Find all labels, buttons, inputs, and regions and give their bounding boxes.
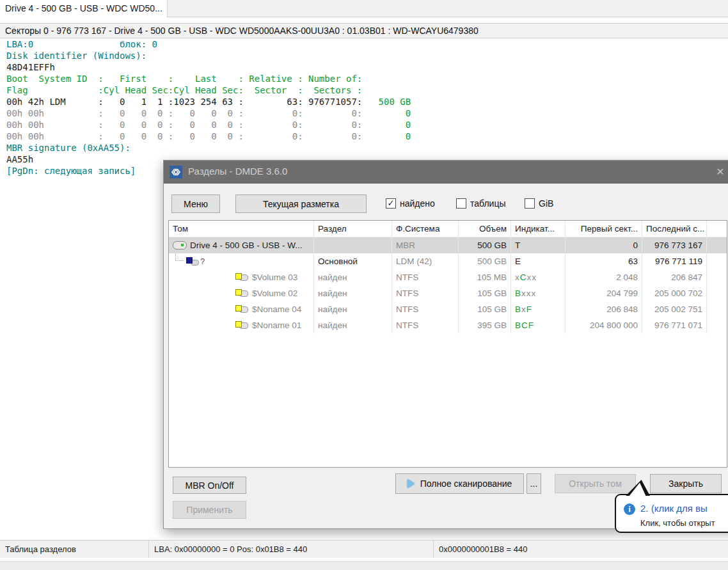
scan-options-button[interactable]: ...: [526, 473, 541, 494]
editor-line: MBR signature (0xAA55):: [6, 142, 411, 154]
info-icon: i: [624, 503, 635, 515]
hex-editor-text: LBA:0 блок: 0Disk identifier (Windows):4…: [6, 38, 411, 177]
dialog-title: Разделы - DMDE 3.6.0: [188, 166, 287, 177]
volume-icon: [235, 305, 249, 313]
indicator-cell: BxF: [511, 301, 566, 317]
partitions-table[interactable]: ТомРазделФ.СистемаОбъемИндикат...Первый …: [168, 220, 727, 468]
dialog-titlebar[interactable]: Разделы - DMDE 3.6.0 ✕: [164, 161, 728, 184]
scan-play-icon: [408, 479, 415, 488]
editor-line: 00h 42h LDM : 0 1 1 :1023 254 63 : 63: 9…: [6, 96, 411, 107]
checkbox-tables[interactable]: таблицы: [456, 198, 506, 209]
open-volume-button[interactable]: Открыть том: [555, 474, 636, 493]
editor-line: 00h 00h : 0 0 0 : 0 0 0 : 0: 0: 0: [6, 107, 411, 119]
size-cell: 500 GB: [459, 253, 511, 269]
checkbox-found[interactable]: ✓найдено: [386, 198, 435, 209]
status-position: LBA: 0x00000000 = 0 Pos: 0x01B8 = 440: [149, 541, 434, 558]
volume-name: $Volume 02: [252, 289, 297, 298]
tab-drive4[interactable]: Drive 4 - 500 GB - USB - WDC WD50...: [0, 0, 168, 17]
column-header-2[interactable]: Ф.Система: [392, 221, 459, 237]
volume-icon: [235, 321, 249, 329]
partition-cell: найден: [314, 269, 392, 285]
column-header-3[interactable]: Объем: [459, 221, 511, 237]
indicator-cell: BCF: [511, 317, 566, 333]
question-mark: ?: [200, 257, 205, 266]
column-header-filler: [707, 221, 727, 237]
indicator-cell: Bxxx: [511, 285, 566, 301]
volume-cell: $Noname 04: [169, 301, 314, 317]
full-scan-label: Полное сканирование: [420, 479, 512, 489]
partitions-dialog: Разделы - DMDE 3.6.0 ✕ Меню Текущая разм…: [163, 160, 728, 529]
row-filler: [707, 237, 727, 253]
filesystem-cell: NTFS: [392, 317, 459, 333]
close-button[interactable]: Закрыть: [650, 474, 722, 493]
first-sector-cell: 204 800 000: [566, 317, 642, 333]
column-header-5[interactable]: Первый сект...: [566, 221, 642, 237]
column-header-4[interactable]: Индикат...: [511, 221, 566, 237]
apply-button[interactable]: Применить: [173, 501, 246, 519]
first-sector-cell: 63: [566, 253, 642, 269]
checkbox-label: найдено: [400, 198, 435, 209]
volume-name: $Noname 01: [252, 321, 301, 330]
dmde-logo-icon: [170, 166, 182, 178]
checkbox-label: таблицы: [470, 198, 506, 209]
unchecked-box-icon[interactable]: [525, 198, 535, 209]
full-scan-button[interactable]: Полное сканирование: [395, 473, 524, 494]
table-row[interactable]: $Volume 02найденNTFS105 GBBxxx204 799205…: [169, 285, 727, 301]
editor-line: Disk identifier (Windows):: [6, 50, 411, 61]
size-cell: 105 MB: [459, 269, 511, 285]
last-sector-cell: 205 000 702: [642, 285, 707, 301]
volume-cell: Drive 4 - 500 GB - USB - W...: [169, 237, 314, 253]
filesystem-cell: NTFS: [392, 301, 459, 317]
drive-icon: [173, 241, 187, 249]
tooltip-body: Клик, чтобы открыт: [640, 518, 715, 528]
status-mode: Таблица разделов: [0, 541, 149, 558]
current-layout-button[interactable]: Текущая разметка: [235, 194, 367, 213]
filesystem-cell: NTFS: [392, 285, 459, 301]
last-sector-cell: 206 847: [642, 269, 707, 285]
size-cell: 105 GB: [459, 301, 511, 317]
first-sector-cell: 0: [566, 237, 642, 253]
partition-unknown-icon: [186, 257, 199, 266]
partition-cell: [314, 237, 392, 253]
volume-cell: ?: [169, 253, 314, 269]
checkbox-label: GiB: [539, 198, 553, 209]
size-cell: 105 GB: [459, 285, 511, 301]
hint-tooltip: i 2. (клик для вы Клик, чтобы открыт: [615, 494, 728, 533]
table-row[interactable]: $Volume 03найденNTFS105 MBxCxx2 048206 8…: [169, 269, 727, 285]
table-row[interactable]: $Noname 01найденNTFS395 GBBCF204 800 000…: [169, 317, 727, 333]
indicator-cell: E: [511, 253, 566, 269]
editor-line: Flag :Cyl Head Sec:Cyl Head Sec: Sector …: [6, 84, 411, 96]
column-header-1[interactable]: Раздел: [314, 221, 392, 237]
volume-name: $Volume 03: [252, 273, 297, 282]
menu-button[interactable]: Меню: [171, 194, 220, 213]
unchecked-box-icon[interactable]: [456, 198, 466, 209]
size-cell: 395 GB: [459, 317, 511, 333]
checked-box-icon[interactable]: ✓: [386, 198, 396, 209]
close-icon[interactable]: ✕: [713, 164, 728, 180]
table-row[interactable]: Drive 4 - 500 GB - USB - W...MBR500 GBT0…: [169, 237, 727, 253]
volume-cell: $Noname 01: [169, 317, 314, 333]
partition-cell: найден: [314, 301, 392, 317]
editor-line: Boot System ID : First : Last : Relative…: [6, 73, 411, 84]
tree-elbow: [175, 253, 184, 261]
partition-cell: найден: [314, 285, 392, 301]
last-sector-cell: 976 771 119: [642, 253, 707, 269]
volume-cell: $Volume 03: [169, 269, 314, 285]
first-sector-cell: 206 848: [566, 301, 642, 317]
table-row[interactable]: $Noname 04найденNTFS105 GBBxF206 848205 …: [169, 301, 727, 317]
volume-name: $Noname 04: [252, 305, 301, 314]
last-sector-cell: 205 002 751: [642, 301, 707, 317]
row-filler: [707, 269, 727, 285]
filesystem-cell: LDM (42): [392, 253, 459, 269]
table-row[interactable]: ?ОсновнойLDM (42)500 GBE63976 771 119: [169, 253, 727, 269]
editor-line: LBA:0 блок: 0: [6, 38, 411, 50]
column-header-6[interactable]: Последний с...: [642, 221, 707, 237]
table-body: Drive 4 - 500 GB - USB - W...MBR500 GBT0…: [169, 237, 727, 333]
partition-cell: найден: [314, 317, 392, 333]
mbr-onoff-button[interactable]: MBR On/Off: [173, 477, 246, 494]
checkbox-gib[interactable]: GiB: [525, 198, 553, 209]
volume-icon: [235, 289, 249, 297]
volume-cell: $Volume 02: [169, 285, 314, 301]
editor-line: 48D41EFFh: [6, 61, 411, 73]
column-header-0[interactable]: Том: [169, 221, 314, 237]
